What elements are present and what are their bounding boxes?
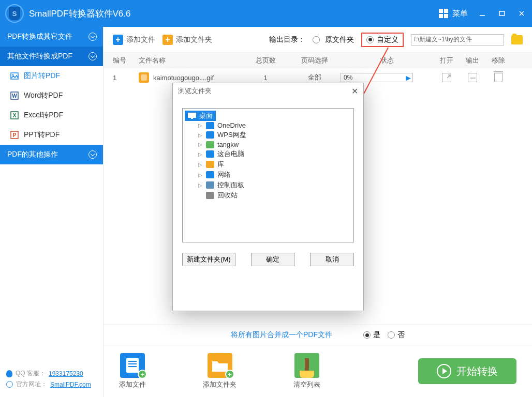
folder-icon: [206, 161, 214, 168]
word-icon: W: [10, 91, 19, 100]
ok-button[interactable]: 确定: [251, 253, 295, 266]
tree-item[interactable]: ▷WPS网盘: [185, 130, 351, 140]
tree-item[interactable]: ▷库: [185, 159, 351, 170]
tree-item[interactable]: ▷控制面板: [185, 180, 351, 190]
delete-button[interactable]: [494, 73, 503, 82]
svg-rect-1: [499, 11, 505, 16]
document-icon: +: [120, 353, 145, 378]
folder-icon: [206, 192, 214, 199]
sidebar-item-word-to-pdf[interactable]: W Word转PDF: [0, 86, 103, 105]
radio-no[interactable]: 否: [388, 330, 405, 340]
progress-bar[interactable]: 0% ▶: [341, 73, 413, 82]
svg-text:P: P: [13, 132, 17, 138]
app-logo: S: [5, 4, 24, 23]
site-link[interactable]: SmallPDF.com: [50, 381, 91, 388]
radio-checked-icon: [366, 36, 374, 43]
browse-folder-button[interactable]: [511, 35, 523, 44]
qq-icon: [6, 370, 12, 377]
folder-icon: [206, 122, 214, 129]
expand-icon: ▷: [197, 142, 203, 147]
sidebar-section-other-to-pdf[interactable]: 其他文件转换成PDF: [0, 47, 103, 66]
expand-icon: ▷: [197, 162, 203, 167]
svg-rect-18: [188, 113, 196, 118]
folder-icon: [206, 181, 214, 189]
expand-icon: ▷: [197, 132, 203, 138]
image-file-icon: [139, 72, 149, 83]
sidebar-item-image-to-pdf[interactable]: 图片转PDF: [0, 66, 103, 86]
start-convert-button[interactable]: 开始转换: [418, 358, 516, 384]
expand-icon: ▷: [197, 172, 203, 178]
big-clear-button[interactable]: 清空列表: [293, 353, 320, 389]
add-file-button[interactable]: + 添加文件: [113, 35, 155, 45]
radio-custom-highlighted[interactable]: 自定义: [361, 33, 404, 47]
radio-source-folder[interactable]: 原文件夹: [313, 35, 354, 44]
menu-grid-icon: [439, 9, 448, 18]
chevron-down-icon: [88, 52, 97, 60]
menu-button[interactable]: 菜单: [439, 9, 468, 19]
chevron-down-icon: [88, 33, 97, 41]
image-icon: [10, 72, 19, 80]
output-button[interactable]: [468, 73, 477, 82]
folder-icon: [206, 150, 214, 158]
chevron-down-icon: [88, 150, 97, 159]
toolbar: + 添加文件 + 添加文件夹 输出目录： 原文件夹 自定义: [104, 27, 532, 53]
tree-item[interactable]: ▷这台电脑: [185, 149, 351, 159]
tree-item[interactable]: ▷网络: [185, 170, 351, 180]
folder-icon: [206, 171, 214, 178]
plus-icon: +: [162, 35, 173, 45]
plus-icon: +: [113, 35, 123, 45]
broom-icon: [294, 353, 319, 378]
open-button[interactable]: [442, 73, 451, 82]
svg-text:W: W: [12, 93, 17, 99]
table-header: 编号 文件名称 总页数 页码选择 状态 打开 输出 移除: [104, 53, 532, 68]
close-button[interactable]: [516, 8, 527, 19]
expand-icon: ▷: [197, 123, 203, 128]
play-circle-icon: [437, 364, 451, 378]
tree-item[interactable]: ▷tangkw: [185, 140, 351, 149]
folder-tree[interactable]: 桌面 ▷OneDrive▷WPS网盘▷tangkw▷这台电脑▷库▷网络▷控制面板…: [182, 108, 354, 242]
dialog-close-button[interactable]: ✕: [351, 86, 358, 96]
sidebar-item-ppt-to-pdf[interactable]: P PPT转PDF: [0, 125, 103, 145]
qq-link[interactable]: 1933175230: [49, 370, 83, 377]
folder-icon: [206, 141, 214, 148]
expand-icon: ▷: [197, 151, 203, 157]
sidebar: PDF转换成其它文件 其他文件转换成PDF 图片转PDF W Word转PDF …: [0, 27, 104, 397]
minimize-button[interactable]: [477, 8, 487, 19]
svg-text:X: X: [13, 113, 17, 118]
option-bar: 将所有图片合并成一个PDF文件 是 否: [104, 325, 532, 345]
app-title: SmallPDF转换器软件V6.6: [29, 8, 439, 20]
sidebar-item-excel-to-pdf[interactable]: X Excel转PDF: [0, 105, 103, 125]
radio-icon: [388, 331, 395, 339]
radio-yes[interactable]: 是: [363, 330, 380, 340]
globe-icon: [6, 381, 13, 388]
ppt-icon: P: [10, 131, 19, 139]
svg-rect-13: [126, 358, 139, 373]
desktop-icon: [188, 113, 196, 119]
sidebar-footer: QQ 客服： 1933175230 官方网址： SmallPDF.com: [0, 363, 103, 397]
sidebar-section-pdf-to-other[interactable]: PDF转换成其它文件: [0, 27, 103, 47]
output-path-input[interactable]: [411, 34, 504, 45]
cancel-button[interactable]: 取消: [310, 253, 354, 266]
svg-rect-19: [191, 118, 193, 119]
output-label: 输出目录：: [269, 35, 305, 44]
play-icon: ▶: [406, 74, 411, 82]
menu-label: 菜单: [452, 9, 468, 19]
merge-option-label: 将所有图片合并成一个PDF文件: [231, 330, 332, 340]
folder-icon: [206, 131, 214, 139]
titlebar: S SmallPDF转换器软件V6.6 菜单: [0, 0, 532, 27]
tree-item[interactable]: 回收站: [185, 190, 351, 201]
expand-icon: ▷: [197, 182, 203, 188]
add-folder-button[interactable]: + 添加文件夹: [162, 35, 212, 45]
tree-item[interactable]: ▷OneDrive: [185, 121, 351, 130]
tree-root-desktop[interactable]: 桌面: [185, 111, 216, 121]
new-folder-button[interactable]: 新建文件夹(M): [182, 253, 235, 266]
bottom-actions: + 添加文件 + 添加文件夹 清空列表 开始转换: [104, 345, 532, 397]
excel-icon: X: [10, 111, 19, 119]
big-add-folder-button[interactable]: + 添加文件夹: [203, 353, 237, 389]
radio-checked-icon: [363, 331, 371, 339]
dialog-title: 浏览文件夹: [178, 86, 212, 96]
big-add-file-button[interactable]: + 添加文件: [119, 353, 146, 389]
maximize-button[interactable]: [497, 8, 507, 19]
folder-icon: +: [208, 353, 232, 378]
sidebar-section-pdf-other-ops[interactable]: PDF的其他操作: [0, 145, 103, 164]
